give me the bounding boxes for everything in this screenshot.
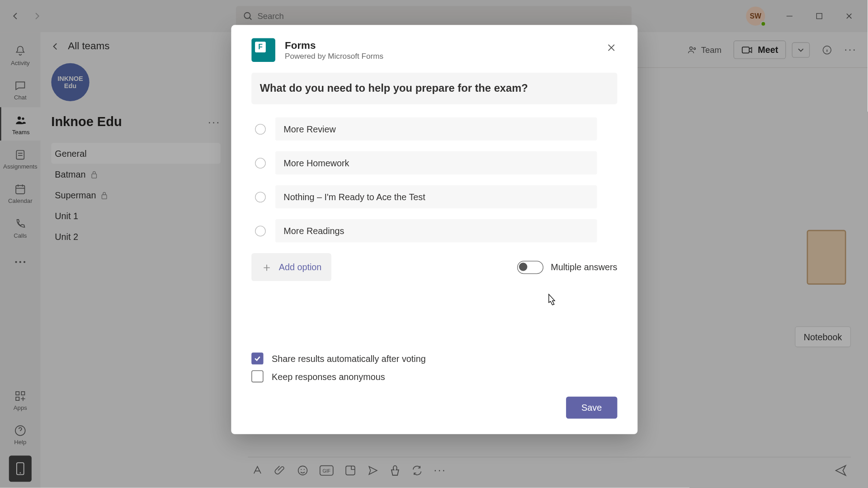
option-input[interactable]: More Readings [275, 219, 597, 242]
keep-anonymous-checkbox[interactable] [251, 371, 263, 382]
option-radio[interactable] [255, 123, 266, 134]
multiple-answers-label: Multiple answers [551, 262, 617, 272]
close-icon [607, 43, 616, 52]
save-button[interactable]: Save [566, 397, 618, 419]
option-input[interactable]: More Review [275, 117, 597, 141]
forms-modal: Forms Powered by Microsoft Forms What do… [231, 25, 637, 434]
add-option-label: Add option [279, 262, 322, 272]
option-input[interactable]: Nothing – I'm Ready to Ace the Test [275, 185, 597, 208]
check-icon [253, 354, 261, 362]
share-results-checkbox[interactable] [251, 352, 263, 364]
modal-close-button[interactable] [602, 38, 621, 57]
modal-subtitle: Powered by Microsoft Forms [285, 52, 383, 61]
poll-question-input[interactable]: What do you need to help you prepare for… [251, 73, 617, 104]
modal-title: Forms [285, 40, 383, 52]
plus-icon: ＋ [261, 259, 273, 275]
share-results-label: Share results automatically after voting [272, 353, 426, 363]
option-radio[interactable] [255, 158, 266, 169]
add-option-button[interactable]: ＋ Add option [251, 253, 331, 281]
cursor-icon [544, 293, 557, 308]
option-radio[interactable] [255, 192, 266, 202]
forms-logo-icon [251, 38, 275, 62]
multiple-answers-toggle[interactable] [517, 261, 543, 274]
keep-anonymous-label: Keep responses anonymous [272, 371, 385, 381]
option-input[interactable]: More Homework [275, 151, 597, 174]
option-radio[interactable] [255, 225, 266, 236]
